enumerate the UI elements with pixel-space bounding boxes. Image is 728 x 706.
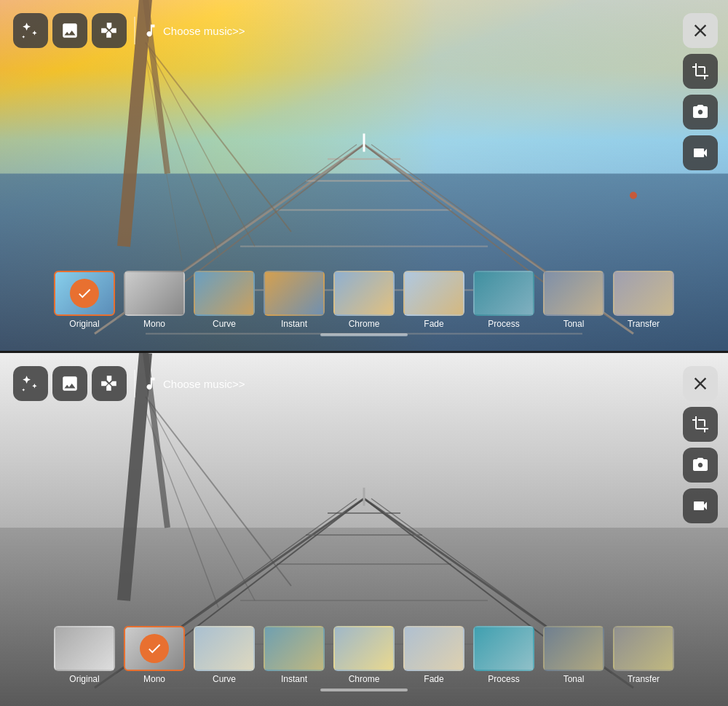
video-button-top[interactable] (683, 135, 718, 170)
filter-thumb-mono-bottom (124, 626, 185, 671)
filter-tonal-bottom[interactable]: Tonal (542, 626, 606, 684)
filter-original-top[interactable]: Original (52, 271, 116, 329)
camera-button-bottom[interactable] (683, 448, 718, 483)
filter-thumb-chrome-top (333, 271, 395, 316)
filter-thumb-tonal-bottom (543, 626, 604, 671)
filter-label-chrome-bottom: Chrome (349, 674, 380, 684)
filter-label-curve-bottom: Curve (213, 674, 236, 684)
filter-instant-bottom[interactable]: Instant (262, 626, 326, 684)
magic-wand-button-bottom[interactable] (13, 366, 48, 401)
filter-thumb-tonal-top (543, 271, 604, 316)
filter-check-original-top (70, 279, 99, 308)
filter-chrome-top[interactable]: Chrome (332, 271, 396, 329)
close-button-bottom[interactable] (683, 366, 718, 401)
filter-transfer-bottom[interactable]: Transfer (612, 626, 676, 684)
filter-label-chrome-top: Chrome (349, 319, 380, 329)
camera-button-top[interactable] (683, 95, 718, 130)
filter-label-transfer-top: Transfer (628, 319, 660, 329)
crop-button-top[interactable] (683, 54, 718, 89)
choose-music-button-bottom[interactable]: Choose music>> (143, 376, 245, 392)
gallery-button[interactable] (52, 13, 87, 48)
bottom-panel: Choose music>> (0, 353, 728, 706)
top-panel: Choose music>> (0, 0, 728, 353)
filter-label-curve-top: Curve (213, 319, 236, 329)
magic-wand-icon (21, 21, 40, 40)
filter-mono-bottom[interactable]: Mono (122, 626, 186, 684)
filter-curve-bottom[interactable]: Curve (192, 626, 256, 684)
filter-label-instant-top: Instant (281, 319, 307, 329)
filter-label-mono-top: Mono (143, 319, 165, 329)
filter-transfer-top[interactable]: Transfer (612, 271, 676, 329)
checkmark-icon-bottom (146, 640, 162, 657)
filter-mono-top[interactable]: Mono (122, 271, 186, 329)
crop-icon-bottom (692, 416, 709, 433)
filter-fade-top[interactable]: Fade (402, 271, 466, 329)
filter-chrome-bottom[interactable]: Chrome (332, 626, 396, 684)
filter-thumb-curve-bottom (194, 626, 255, 671)
right-buttons-top (683, 13, 718, 170)
filter-strip-top: Original Mono Curve Instant Chrome (51, 271, 677, 336)
filter-process-bottom[interactable]: Process (472, 626, 536, 684)
filter-thumb-process-bottom (473, 626, 534, 671)
crop-button-bottom[interactable] (683, 407, 718, 442)
gamepad-icon (100, 21, 119, 40)
filter-label-process-top: Process (488, 319, 519, 329)
filter-thumb-transfer-bottom (613, 626, 674, 671)
filter-strip-bottom: Original Mono Curve Instant (51, 626, 677, 691)
gallery-icon (60, 21, 79, 40)
toolbar-bottom: Choose music>> (13, 366, 245, 401)
checkmark-icon (76, 285, 92, 301)
crop-icon (692, 63, 709, 80)
filter-thumb-original-top (54, 271, 115, 316)
gamepad-button-bottom[interactable] (92, 366, 127, 401)
filter-thumb-process-top (473, 271, 534, 316)
gallery-button-bottom[interactable] (52, 366, 87, 401)
music-note-icon (143, 23, 159, 39)
filter-label-tonal-top: Tonal (563, 319, 585, 329)
toolbar-top: Choose music>> (13, 13, 245, 48)
video-button-bottom[interactable] (683, 488, 718, 523)
right-buttons-bottom (683, 366, 718, 523)
filter-items-bottom: Original Mono Curve Instant (52, 626, 676, 684)
video-icon-bottom (692, 497, 709, 515)
filter-label-fade-top: Fade (424, 319, 443, 329)
music-note-icon-bottom (143, 376, 159, 392)
filter-check-mono-bottom (140, 634, 169, 663)
video-icon (692, 144, 709, 162)
filter-label-transfer-bottom: Transfer (628, 674, 660, 684)
toolbar-divider (134, 17, 135, 44)
close-icon-bottom (690, 373, 711, 394)
filter-instant-top[interactable]: Instant (262, 271, 326, 329)
filter-label-tonal-bottom: Tonal (563, 674, 585, 684)
filter-thumb-fade-top (403, 271, 464, 316)
filter-thumb-chrome-bottom (333, 626, 395, 671)
magic-wand-button[interactable] (13, 13, 48, 48)
filter-thumb-original-bottom (54, 626, 115, 671)
close-button-top[interactable] (683, 13, 718, 48)
filter-thumb-transfer-top (613, 271, 674, 316)
gamepad-button[interactable] (92, 13, 127, 48)
filter-tonal-top[interactable]: Tonal (542, 271, 606, 329)
filter-curve-top[interactable]: Curve (192, 271, 256, 329)
music-label-bottom: Choose music>> (163, 378, 245, 390)
filter-thumb-mono-top (124, 271, 185, 316)
camera-icon-bottom (692, 456, 709, 474)
filter-process-top[interactable]: Process (472, 271, 536, 329)
filter-thumb-curve-top (194, 271, 255, 316)
svg-point-22 (630, 192, 637, 199)
filter-label-mono-bottom: Mono (143, 674, 165, 684)
filter-fade-bottom[interactable]: Fade (402, 626, 466, 684)
filter-original-bottom[interactable]: Original (52, 626, 116, 684)
gamepad-icon-bottom (100, 374, 119, 393)
filter-label-original-top: Original (69, 319, 99, 329)
filter-thumb-instant-bottom (264, 626, 325, 671)
gallery-icon-bottom (60, 374, 79, 393)
camera-icon (692, 103, 709, 121)
close-icon (690, 20, 711, 41)
choose-music-button[interactable]: Choose music>> (143, 23, 245, 39)
music-label: Choose music>> (163, 25, 245, 37)
filter-scroll-top (320, 333, 408, 336)
filter-label-original-bottom: Original (69, 674, 99, 684)
filter-label-fade-bottom: Fade (424, 674, 443, 684)
toolbar-divider-bottom (134, 370, 135, 397)
